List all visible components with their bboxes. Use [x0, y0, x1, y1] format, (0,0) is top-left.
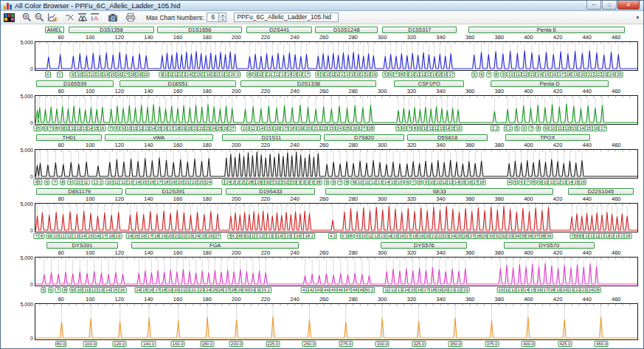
- allele-box-9[interactable]: 9: [46, 233, 51, 239]
- allele-box-400.0[interactable]: 400.0: [522, 341, 536, 347]
- close-button[interactable]: ✕: [617, 1, 640, 10]
- allele-box-180.0[interactable]: 180.0: [200, 341, 214, 347]
- marker-DYS576[interactable]: DYS576: [381, 242, 467, 249]
- marker-D12S391[interactable]: D12S391: [125, 188, 222, 195]
- allele-box-6[interactable]: 6: [388, 72, 393, 77]
- allele-box-9[interactable]: 9: [68, 179, 73, 185]
- allele-box-11[interactable]: 11: [82, 179, 89, 185]
- marker-D18S51[interactable]: D18S51: [120, 80, 236, 87]
- marker-D16S539[interactable]: D16S539: [36, 80, 114, 87]
- allele-box-7[interactable]: 7: [337, 179, 342, 185]
- allele-box-80.0[interactable]: 80.0: [55, 341, 67, 347]
- allele-box-7[interactable]: 7: [525, 179, 530, 185]
- allele-box-24[interactable]: 24: [336, 125, 344, 131]
- allele-box-19[interactable]: 19: [296, 125, 304, 131]
- marker-CSF1PO[interactable]: CSF1PO: [394, 80, 464, 87]
- marker-D21S11[interactable]: D21S11: [222, 134, 322, 141]
- allele-box-13.3[interactable]: 13.3: [91, 179, 103, 185]
- pink-chart-area[interactable]: 5,0000: [35, 257, 638, 286]
- marker-D19S433[interactable]: D19S433: [226, 188, 315, 195]
- orange-chart-area[interactable]: 5,0000: [35, 303, 638, 340]
- allele-box-7[interactable]: 7: [55, 287, 60, 293]
- allele-box-8[interactable]: 8: [60, 179, 65, 185]
- allele-box-16[interactable]: 16: [118, 287, 126, 293]
- marker-TH01[interactable]: TH01: [36, 134, 102, 141]
- allele-box-10[interactable]: 10: [75, 179, 83, 185]
- peaks-icon[interactable]: [76, 12, 89, 24]
- allele-box-8[interactable]: 8: [348, 233, 353, 239]
- snapshot-icon[interactable]: [106, 12, 119, 24]
- allele-box-5[interactable]: 5: [41, 287, 46, 293]
- green-chart-area[interactable]: 5,0000: [35, 95, 638, 125]
- allele-box-8[interactable]: 8: [399, 72, 404, 77]
- allele-box-22[interactable]: 22: [319, 125, 328, 131]
- allele-box-27[interactable]: 27: [228, 125, 236, 131]
- overlay-icon[interactable]: IA: [89, 12, 101, 24]
- allele-box-27[interactable]: 27: [359, 125, 367, 131]
- allele-box-275.0[interactable]: 275.0: [339, 341, 353, 347]
- max-chart-numbers-spinner[interactable]: 6 ▲ ▼: [207, 13, 226, 22]
- allele-box-8[interactable]: 8: [412, 125, 418, 131]
- allele-box-50.2[interactable]: 50.2: [364, 287, 375, 293]
- print-icon[interactable]: [124, 12, 136, 24]
- marker-TPOX[interactable]: TPOX: [505, 134, 590, 141]
- spinner-down-icon[interactable]: ▼: [219, 17, 226, 21]
- allele-box-7[interactable]: 7: [48, 125, 53, 131]
- allele-box-7[interactable]: 7: [528, 125, 533, 131]
- allele-box-450.0[interactable]: 450.0: [595, 341, 609, 347]
- allele-box-160.0[interactable]: 160.0: [171, 341, 185, 347]
- red-chart-area[interactable]: 5,0000: [35, 203, 638, 232]
- allele-box-20[interactable]: 20: [304, 125, 312, 131]
- allele-box-23[interactable]: 23: [462, 287, 470, 293]
- allele-box-6[interactable]: 6: [519, 179, 524, 185]
- allele-box-16[interactable]: 16: [454, 125, 463, 131]
- allele-box-16[interactable]: 16: [396, 179, 404, 185]
- allele-box-2.2[interactable]: 2.2: [491, 125, 499, 131]
- allele-box-18[interactable]: 18: [624, 233, 632, 239]
- allele-box-7[interactable]: 7: [52, 179, 58, 185]
- marker-D8S1179[interactable]: D8S1179: [36, 188, 122, 195]
- marker-DYS391[interactable]: DYS391: [46, 242, 118, 249]
- allele-box-7[interactable]: 7: [486, 72, 491, 77]
- allele-box-4.2[interactable]: 4.2: [328, 233, 337, 239]
- marker-DYS570[interactable]: DYS570: [504, 242, 595, 249]
- allele-box-17[interactable]: 17: [599, 125, 607, 131]
- allele-box-7[interactable]: 7: [411, 179, 416, 185]
- allele-box-18[interactable]: 18: [288, 125, 297, 131]
- allele-box-325.0[interactable]: 325.0: [412, 341, 426, 347]
- marker-D10S1248[interactable]: D10S1248: [315, 27, 378, 33]
- allele-box-6[interactable]: 6: [42, 125, 47, 131]
- allele-box-6[interactable]: 6: [44, 179, 49, 185]
- marker-SE33[interactable]: SE33: [325, 188, 553, 195]
- allele-box-18.2[interactable]: 18.2: [304, 233, 316, 239]
- allele-box-14[interactable]: 14: [257, 125, 265, 131]
- allele-box-24[interactable]: 24: [204, 179, 212, 185]
- marker-D7S820[interactable]: D7S820: [324, 134, 404, 141]
- allele-box-7[interactable]: 7: [406, 125, 412, 131]
- allele-box-25[interactable]: 25: [593, 287, 601, 293]
- allele-box-18[interactable]: 18: [478, 179, 486, 185]
- allele-box-16[interactable]: 16: [98, 125, 106, 131]
- allele-box-10[interactable]: 10: [241, 125, 249, 131]
- maximize-button[interactable]: □: [602, 1, 617, 10]
- allele-box-17[interactable]: 17: [447, 72, 455, 77]
- marker-D5S818[interactable]: D5S818: [407, 134, 488, 141]
- marker-D2S1338[interactable]: D2S1338: [240, 80, 376, 87]
- allele-box-300.0[interactable]: 300.0: [375, 341, 389, 347]
- allele-box-6[interactable]: 6: [401, 125, 406, 131]
- allele-box-25[interactable]: 25: [343, 125, 351, 131]
- allele-box-5[interactable]: 5: [37, 179, 42, 185]
- all-colors-icon[interactable]: [3, 12, 15, 24]
- allele-box-6[interactable]: 6: [330, 179, 336, 185]
- allele-box-8[interactable]: 8: [494, 72, 499, 77]
- allele-box-6[interactable]: 6: [479, 72, 484, 77]
- allele-box-9[interactable]: 9: [69, 287, 75, 293]
- marker-D2S441[interactable]: D2S441: [246, 27, 312, 33]
- allele-box-225.0[interactable]: 225.0: [266, 341, 280, 347]
- allele-box-8[interactable]: 8: [114, 125, 120, 131]
- marker-D22S1045[interactable]: D22S1045: [568, 188, 634, 195]
- allele-box-19[interactable]: 19: [114, 233, 122, 239]
- allele-box-12[interactable]: 12: [249, 125, 257, 131]
- allele-box-5[interactable]: 5: [513, 179, 518, 185]
- marker-Penta E[interactable]: Penta E: [468, 27, 625, 33]
